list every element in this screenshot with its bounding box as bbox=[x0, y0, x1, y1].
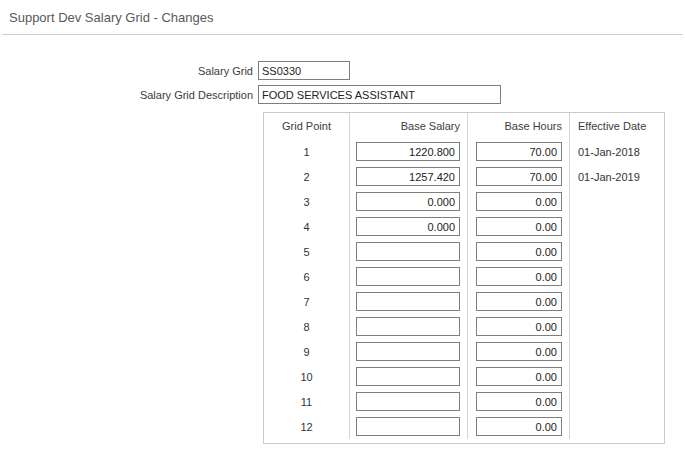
base-salary-input[interactable] bbox=[356, 142, 460, 161]
base-hours-cell bbox=[468, 339, 570, 364]
base-hours-input[interactable] bbox=[476, 392, 562, 411]
base-hours-input[interactable] bbox=[476, 192, 562, 211]
base-salary-cell bbox=[350, 214, 468, 239]
grid-point-value: 3 bbox=[264, 189, 350, 214]
grid-point-value: 9 bbox=[264, 339, 350, 364]
base-hours-cell bbox=[468, 264, 570, 289]
base-hours-cell bbox=[468, 139, 570, 164]
grid-point-value: 7 bbox=[264, 289, 350, 314]
title-divider bbox=[2, 34, 683, 35]
effective-date-value bbox=[570, 189, 664, 214]
base-salary-input[interactable] bbox=[356, 167, 460, 186]
salary-grid-table: Grid Point Base Salary Base Hours Effect… bbox=[263, 112, 665, 444]
base-hours-input[interactable] bbox=[476, 342, 562, 361]
table-row: 4 bbox=[264, 214, 664, 239]
effective-date-value bbox=[570, 214, 664, 239]
base-salary-input[interactable] bbox=[356, 342, 460, 361]
base-hours-cell bbox=[468, 164, 570, 189]
effective-date-value bbox=[570, 239, 664, 264]
effective-date-value bbox=[570, 339, 664, 364]
header-base-salary: Base Salary bbox=[350, 113, 468, 139]
table-body: 101-Jan-2018201-Jan-20193456789101112 bbox=[264, 139, 664, 439]
salary-grid-form: Salary Grid Salary Grid Description bbox=[0, 61, 685, 104]
table-row: 7 bbox=[264, 289, 664, 314]
table-header-row: Grid Point Base Salary Base Hours Effect… bbox=[264, 113, 664, 139]
base-salary-input[interactable] bbox=[356, 242, 460, 261]
base-hours-input[interactable] bbox=[476, 217, 562, 236]
base-hours-cell bbox=[468, 189, 570, 214]
base-hours-cell bbox=[468, 239, 570, 264]
table-row: 11 bbox=[264, 389, 664, 414]
grid-point-value: 5 bbox=[264, 239, 350, 264]
table-row: 9 bbox=[264, 339, 664, 364]
grid-point-value: 8 bbox=[264, 314, 350, 339]
base-hours-input[interactable] bbox=[476, 292, 562, 311]
grid-point-value: 6 bbox=[264, 264, 350, 289]
effective-date-value bbox=[570, 414, 664, 439]
salary-grid-input[interactable] bbox=[258, 61, 350, 80]
base-hours-input[interactable] bbox=[476, 317, 562, 336]
base-salary-cell bbox=[350, 139, 468, 164]
salary-grid-description-input[interactable] bbox=[258, 85, 501, 104]
effective-date-value bbox=[570, 264, 664, 289]
base-salary-input[interactable] bbox=[356, 392, 460, 411]
salary-grid-description-label: Salary Grid Description bbox=[0, 89, 258, 101]
base-salary-input[interactable] bbox=[356, 192, 460, 211]
base-hours-cell bbox=[468, 314, 570, 339]
base-hours-cell bbox=[468, 289, 570, 314]
base-salary-cell bbox=[350, 164, 468, 189]
header-grid-point: Grid Point bbox=[264, 113, 350, 139]
table-row: 201-Jan-2019 bbox=[264, 164, 664, 189]
base-salary-cell bbox=[350, 314, 468, 339]
effective-date-value bbox=[570, 364, 664, 389]
base-hours-input[interactable] bbox=[476, 417, 562, 436]
grid-point-value: 1 bbox=[264, 139, 350, 164]
base-hours-input[interactable] bbox=[476, 367, 562, 386]
base-hours-input[interactable] bbox=[476, 242, 562, 261]
base-salary-cell bbox=[350, 189, 468, 214]
table-row: 10 bbox=[264, 364, 664, 389]
base-salary-input[interactable] bbox=[356, 217, 460, 236]
grid-point-value: 12 bbox=[264, 414, 350, 439]
base-salary-cell bbox=[350, 289, 468, 314]
base-hours-cell bbox=[468, 364, 570, 389]
effective-date-value bbox=[570, 389, 664, 414]
base-hours-input[interactable] bbox=[476, 142, 562, 161]
grid-point-value: 4 bbox=[264, 214, 350, 239]
grid-point-value: 10 bbox=[264, 364, 350, 389]
base-salary-input[interactable] bbox=[356, 417, 460, 436]
base-salary-input[interactable] bbox=[356, 292, 460, 311]
effective-date-value: 01-Jan-2018 bbox=[570, 139, 664, 164]
base-hours-input[interactable] bbox=[476, 267, 562, 286]
base-salary-cell bbox=[350, 389, 468, 414]
base-salary-cell bbox=[350, 339, 468, 364]
base-hours-cell bbox=[468, 389, 570, 414]
base-salary-input[interactable] bbox=[356, 367, 460, 386]
base-salary-cell bbox=[350, 239, 468, 264]
base-salary-cell bbox=[350, 264, 468, 289]
effective-date-value: 01-Jan-2019 bbox=[570, 164, 664, 189]
base-hours-input[interactable] bbox=[476, 167, 562, 186]
base-salary-input[interactable] bbox=[356, 317, 460, 336]
header-effective-date: Effective Date bbox=[570, 113, 664, 139]
table-row: 6 bbox=[264, 264, 664, 289]
table-row: 12 bbox=[264, 414, 664, 439]
table-row: 5 bbox=[264, 239, 664, 264]
base-salary-input[interactable] bbox=[356, 267, 460, 286]
effective-date-value bbox=[570, 314, 664, 339]
table-row: 3 bbox=[264, 189, 664, 214]
table-row: 101-Jan-2018 bbox=[264, 139, 664, 164]
salary-grid-label: Salary Grid bbox=[0, 65, 258, 77]
base-salary-cell bbox=[350, 414, 468, 439]
base-salary-cell bbox=[350, 364, 468, 389]
grid-point-value: 11 bbox=[264, 389, 350, 414]
effective-date-value bbox=[570, 289, 664, 314]
header-base-hours: Base Hours bbox=[468, 113, 570, 139]
grid-point-value: 2 bbox=[264, 164, 350, 189]
base-hours-cell bbox=[468, 214, 570, 239]
base-hours-cell bbox=[468, 414, 570, 439]
table-row: 8 bbox=[264, 314, 664, 339]
page-title: Support Dev Salary Grid - Changes bbox=[0, 0, 685, 34]
